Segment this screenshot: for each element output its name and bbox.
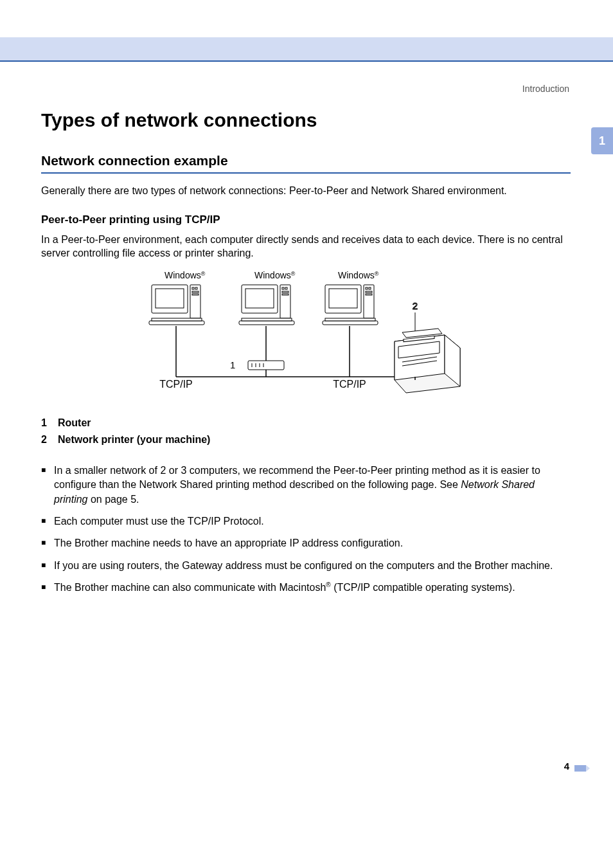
bullet-text: If you are using routers, the Gateway ad… xyxy=(54,560,553,571)
svg-rect-19 xyxy=(329,289,357,308)
legend-num: 2 xyxy=(41,434,49,446)
legend-num: 1 xyxy=(41,417,49,429)
svg-rect-24 xyxy=(366,294,372,295)
section-heading: Network connection example xyxy=(41,153,571,174)
svg-rect-14 xyxy=(282,291,289,293)
intro-paragraph: Generally there are two types of network… xyxy=(41,184,571,198)
svg-rect-26 xyxy=(325,318,375,321)
legend-text: Network printer (your machine) xyxy=(58,434,210,446)
computer-icon xyxy=(149,285,204,325)
legend-item: 1 Router xyxy=(41,417,571,429)
svg-rect-6 xyxy=(192,294,199,295)
list-item: Each computer must use the TCP/IP Protoc… xyxy=(41,514,571,529)
svg-rect-3 xyxy=(192,287,194,289)
svg-rect-5 xyxy=(192,291,199,293)
svg-rect-8 xyxy=(152,318,202,321)
list-item: The Brother machine needs to have an app… xyxy=(41,536,571,550)
svg-rect-20 xyxy=(364,285,374,318)
svg-rect-31 xyxy=(248,361,284,370)
printer-icon: 2 xyxy=(395,300,460,393)
registered-mark: ® xyxy=(326,581,330,588)
list-item: If you are using routers, the Gateway ad… xyxy=(41,559,571,573)
router-icon xyxy=(248,361,284,370)
svg-rect-12 xyxy=(282,287,284,289)
svg-rect-22 xyxy=(369,287,371,289)
network-diagram: Windows® Windows® Windows® xyxy=(126,271,486,406)
page-flag-icon xyxy=(574,765,586,772)
diagram-legend: 1 Router 2 Network printer (your machine… xyxy=(41,417,571,446)
callout-1: 1 xyxy=(230,359,235,370)
bullet-text: The Brother machine can also communicate… xyxy=(54,582,326,593)
list-item: In a smaller network of 2 or 3 computers… xyxy=(41,464,571,507)
tcpip-label-left: TCP/IP xyxy=(159,379,193,390)
subsection-paragraph: In a Peer-to-Peer environment, each comp… xyxy=(41,233,571,260)
computer-icon xyxy=(239,285,294,325)
legend-text: Router xyxy=(58,417,91,429)
page-title: Types of network connections xyxy=(41,109,571,131)
bullet-text: Each computer must use the TCP/IP Protoc… xyxy=(54,516,264,527)
svg-rect-25 xyxy=(323,321,378,325)
svg-rect-17 xyxy=(242,318,292,321)
pc-label-2: Windows® xyxy=(254,271,296,280)
bullet-text: (TCP/IP compatible operating systems). xyxy=(331,582,515,593)
tcpip-label-right: TCP/IP xyxy=(333,379,366,390)
svg-rect-2 xyxy=(190,285,200,318)
bullet-text: on page 5. xyxy=(87,494,139,505)
svg-rect-11 xyxy=(280,285,290,318)
pc-label-1: Windows® xyxy=(164,271,206,280)
svg-rect-7 xyxy=(149,321,204,325)
header-band xyxy=(0,37,613,60)
svg-rect-16 xyxy=(239,321,294,325)
section-label: Introduction xyxy=(522,84,569,94)
bullet-list: In a smaller network of 2 or 3 computers… xyxy=(41,464,571,595)
svg-rect-10 xyxy=(245,289,274,308)
header-rule xyxy=(0,60,613,62)
bullet-text: The Brother machine needs to have an app… xyxy=(54,538,403,548)
content-area: Types of network connections Network con… xyxy=(41,109,571,603)
svg-rect-15 xyxy=(282,294,289,295)
subsection-heading: Peer-to-Peer printing using TCP/IP xyxy=(41,213,571,226)
callout-2: 2 xyxy=(413,300,418,311)
page-number: 4 xyxy=(564,761,569,772)
svg-rect-4 xyxy=(195,287,197,289)
svg-rect-23 xyxy=(366,291,372,293)
computer-icon xyxy=(323,285,378,325)
svg-rect-21 xyxy=(366,287,368,289)
legend-item: 2 Network printer (your machine) xyxy=(41,434,571,446)
svg-rect-1 xyxy=(155,289,184,308)
list-item: The Brother machine can also communicate… xyxy=(41,581,571,595)
pc-label-3: Windows® xyxy=(338,271,379,280)
svg-rect-13 xyxy=(285,287,287,289)
chapter-tab: 1 xyxy=(591,127,613,154)
